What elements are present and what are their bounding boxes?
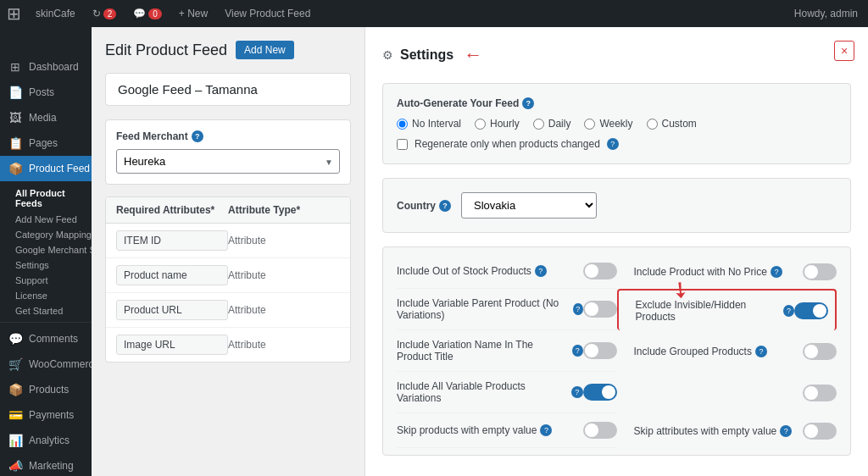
skip-attr-empty-info-icon[interactable]: ?: [780, 425, 792, 437]
sidebar-item-dashboard[interactable]: ⊞ Dashboard: [0, 54, 92, 80]
variable-parent-toggle[interactable]: [583, 301, 617, 318]
sidebar-item-pages[interactable]: 📋 Pages: [0, 130, 92, 156]
country-select[interactable]: Slovakia Czech Republic Germany France P…: [461, 192, 597, 219]
regenerate-label: Regenerate only when products changed: [415, 138, 600, 150]
add-new-button[interactable]: Add New: [236, 41, 294, 59]
attr-type: Attribute: [228, 269, 340, 281]
variable-parent-info-icon[interactable]: ?: [573, 303, 582, 315]
regenerate-checkbox[interactable]: [397, 139, 408, 150]
marketing-icon: 📣: [8, 459, 22, 473]
sidebar-item-analytics[interactable]: 📊 Analytics: [0, 428, 92, 453]
toggle-all-variations: Include All Variable Products Variations…: [397, 372, 617, 413]
grouped-toggle[interactable]: [803, 343, 837, 360]
sidebar-item-products[interactable]: 📦 Products: [0, 377, 92, 402]
interval-weekly-radio[interactable]: [584, 119, 595, 130]
interval-daily[interactable]: Daily: [533, 118, 571, 130]
interval-daily-radio[interactable]: [533, 119, 544, 130]
toggle-skip-attr-empty: Skip attributes with empty value ?: [617, 413, 837, 448]
sidebar-item-label: Analytics: [29, 434, 70, 446]
all-variations-toggle[interactable]: [583, 384, 617, 401]
adminbar-items: skinCafe ↻ 2 💬 0 + New View Product Feed: [27, 0, 784, 27]
interval-custom-radio[interactable]: [647, 119, 658, 130]
submenu-support[interactable]: Support: [8, 273, 92, 288]
attr-type: Attribute: [228, 339, 340, 351]
interval-no-interval[interactable]: No Interval: [397, 118, 461, 130]
submenu-settings[interactable]: Settings: [8, 257, 92, 273]
out-of-stock-label: Include Out of Stock Products ?: [397, 265, 547, 277]
left-panel: Edit Product Feed Add New Google Feed – …: [92, 27, 364, 476]
adminbar-site[interactable]: skinCafe: [27, 0, 84, 27]
regenerate-info-icon[interactable]: ?: [607, 138, 619, 150]
merchant-select[interactable]: Heureka Google Facebook Amazon: [116, 149, 340, 174]
no-price-info-icon[interactable]: ?: [771, 266, 782, 278]
comments-count: 0: [148, 8, 162, 19]
sidebar-item-product-feed[interactable]: 📦 Product Feed: [0, 156, 92, 181]
all-variations-info-icon[interactable]: ?: [571, 386, 583, 398]
merchant-label: Feed Merchant ?: [116, 130, 340, 142]
submenu-add-new-feed[interactable]: Add New Feed: [8, 212, 92, 227]
sidebar-item-comments[interactable]: 💬 Comments: [0, 326, 92, 351]
skip-empty-info-icon[interactable]: ?: [540, 424, 552, 436]
interval-hourly[interactable]: Hourly: [475, 118, 520, 130]
skip-empty-toggle[interactable]: [583, 422, 617, 439]
wp-logo[interactable]: ⊞: [0, 0, 27, 27]
attr-name: Image URL: [116, 335, 228, 355]
sidebar-item-payments[interactable]: 💳 Payments: [0, 402, 92, 428]
sidebar-item-posts[interactable]: 📄 Posts: [0, 80, 92, 105]
variation-name-toggle[interactable]: [583, 342, 617, 359]
sidebar-separator-1: [0, 322, 92, 323]
sidebar-item-label: Products: [29, 384, 69, 396]
submenu-google-merchant[interactable]: Google Merchant Settings: [8, 242, 92, 257]
toggle-variable-parent: Include Variable Parent Product (No Vari…: [397, 289, 617, 330]
exclude-hidden-info-icon[interactable]: ?: [783, 305, 794, 317]
variation-name-info-icon[interactable]: ?: [572, 345, 582, 357]
sidebar-item-marketing[interactable]: 📣 Marketing: [0, 453, 92, 476]
variable-parent-label: Include Variable Parent Product (No Vari…: [397, 297, 583, 321]
interval-hourly-radio[interactable]: [475, 119, 486, 130]
placeholder-toggle[interactable]: [803, 385, 837, 401]
pages-icon: 📋: [8, 136, 22, 150]
adminbar-view-feed[interactable]: View Product Feed: [216, 0, 319, 27]
close-button[interactable]: ×: [834, 41, 854, 61]
adminbar-user: Howdy, admin: [784, 8, 868, 19]
grouped-info-icon[interactable]: ?: [755, 346, 767, 357]
attr-name: ITEM ID: [116, 230, 228, 251]
exclude-hidden-toggle[interactable]: [794, 302, 828, 319]
toggle-row-2: Include Variable Parent Product (No Vari…: [397, 289, 837, 330]
merchant-info-icon[interactable]: ?: [192, 130, 203, 142]
skip-attr-empty-toggle[interactable]: [803, 423, 837, 440]
adminbar-updates[interactable]: ↻ 2: [84, 0, 125, 27]
adminbar-new-label: + New: [179, 8, 208, 19]
interval-radio-group: No Interval Hourly Daily Weekly Custom: [397, 118, 837, 130]
toggle-no-price: Include Product with No Price ?: [617, 254, 837, 289]
sidebar-item-woocommerce[interactable]: 🛒 WooCommerce: [0, 351, 92, 377]
admin-bar: ⊞ skinCafe ↻ 2 💬 0 + New View Product Fe…: [0, 0, 868, 27]
woocommerce-icon: 🛒: [8, 357, 22, 371]
interval-weekly[interactable]: Weekly: [584, 118, 632, 130]
table-row: Product name Attribute: [106, 258, 350, 293]
adminbar-new[interactable]: + New: [170, 0, 216, 27]
sidebar-item-label: Dashboard: [29, 61, 79, 73]
submenu-get-started[interactable]: Get Started: [8, 303, 92, 318]
right-panel: ⚙ Settings ← × Auto-Generate Your Feed ?…: [364, 27, 868, 476]
sidebar-item-label: WooCommerce: [29, 358, 92, 370]
adminbar-comments[interactable]: 💬 0: [125, 0, 170, 27]
product-feed-icon: 📦: [8, 162, 22, 175]
auto-generate-info-icon[interactable]: ?: [522, 97, 534, 109]
interval-no-interval-radio[interactable]: [397, 119, 408, 130]
settings-title: Settings: [400, 47, 453, 63]
attr-col1-header: Required Attributes*: [116, 204, 228, 216]
sidebar-item-label: Product Feed: [29, 163, 90, 174]
submenu-license[interactable]: License: [8, 288, 92, 303]
country-info-icon[interactable]: ?: [439, 200, 451, 212]
table-row: Product URL Attribute: [106, 293, 350, 328]
skip-attr-empty-label: Skip attributes with empty value ?: [634, 425, 793, 437]
no-price-toggle[interactable]: [803, 263, 837, 280]
interval-custom[interactable]: Custom: [647, 118, 697, 130]
attr-table-header: Required Attributes* Attribute Type*: [106, 197, 350, 224]
submenu-category-mapping[interactable]: Category Mapping: [8, 227, 92, 242]
sidebar-item-media[interactable]: 🖼 Media: [0, 105, 92, 130]
settings-header: ⚙ Settings ←: [382, 44, 851, 66]
out-of-stock-toggle[interactable]: [583, 263, 617, 280]
out-of-stock-info-icon[interactable]: ?: [535, 265, 547, 277]
